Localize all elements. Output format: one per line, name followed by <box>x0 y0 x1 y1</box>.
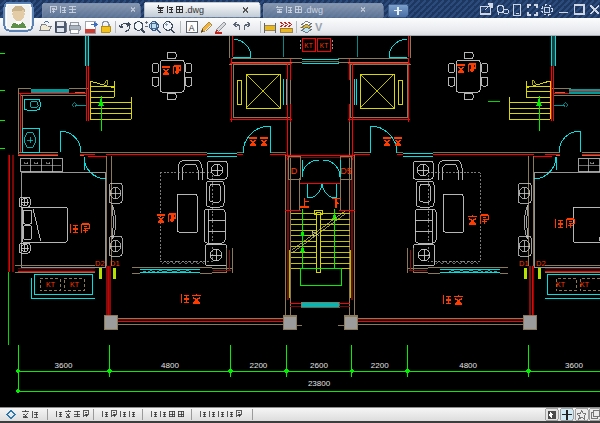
svg-text:KT: KT <box>320 42 328 49</box>
svg-text:2200: 2200 <box>250 361 268 370</box>
svg-text:D1: D1 <box>519 259 529 268</box>
svg-text:3600: 3600 <box>565 361 583 370</box>
svg-text:KT: KT <box>580 281 590 288</box>
svg-text:KT: KT <box>70 281 80 288</box>
svg-text:23800: 23800 <box>308 379 331 388</box>
svg-text:4800: 4800 <box>161 361 179 370</box>
svg-text:D2: D2 <box>536 259 546 268</box>
svg-text:D1: D1 <box>110 259 120 268</box>
svg-text:KT: KT <box>304 42 312 49</box>
svg-text:A: A <box>189 23 195 33</box>
svg-text:3600: 3600 <box>55 361 73 370</box>
svg-text:.dwg: .dwg <box>185 5 204 15</box>
svg-text:V: V <box>315 21 323 33</box>
svg-text:KT: KT <box>46 281 56 288</box>
svg-text:.dwg: .dwg <box>304 5 323 15</box>
svg-text:D5: D5 <box>340 166 352 176</box>
svg-text:4800: 4800 <box>459 361 477 370</box>
svg-text:2200: 2200 <box>371 361 389 370</box>
svg-text:2600: 2600 <box>310 361 328 370</box>
svg-text:D: D <box>291 166 298 176</box>
svg-text:D2: D2 <box>95 259 105 268</box>
svg-text:KT: KT <box>556 281 566 288</box>
